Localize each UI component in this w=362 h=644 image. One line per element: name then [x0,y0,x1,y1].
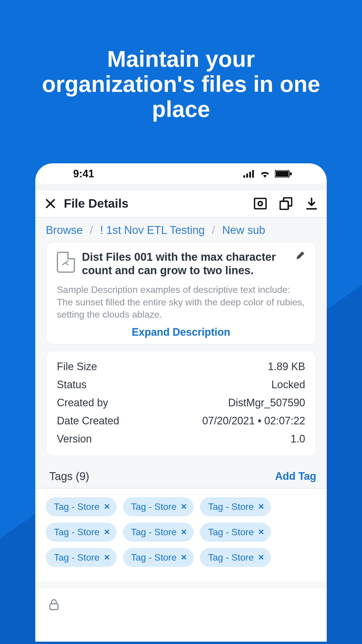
tag-chip[interactable]: Tag - Store✕ [123,523,194,542]
meta-row: Created byDistMgr_507590 [57,394,305,412]
svg-rect-11 [50,604,58,610]
page-title: File Details [64,197,246,211]
tag-label: Tag - Store [54,527,100,538]
lock-icon [49,598,59,610]
phone-frame: 9:41 File Details Browse / ! 1st [35,163,327,642]
meta-value: 1.0 [291,433,305,445]
wifi-icon [260,170,270,178]
meta-value: Locked [271,379,305,391]
pdf-file-icon: ⋌ [57,252,75,273]
app-header: File Details [35,190,327,218]
svg-rect-2 [249,172,251,178]
tag-chip[interactable]: Tag - Store✕ [200,548,271,567]
remove-tag-icon[interactable]: ✕ [104,502,110,511]
tag-label: Tag - Store [208,527,254,538]
meta-key: Status [57,379,87,391]
breadcrumb-separator: / [212,224,215,236]
remove-tag-icon[interactable]: ✕ [181,528,187,537]
lock-row [35,589,327,611]
signal-icon [243,170,255,178]
expand-description-link[interactable]: Expand Description [57,326,305,338]
battery-icon [275,170,292,178]
remove-tag-icon[interactable]: ✕ [181,553,187,562]
promo-heading: Maintain your organization's files in on… [35,47,327,122]
tags-header: Tags (9) Add Tag [35,462,327,486]
file-title: Dist Files 001 with the max character co… [82,251,287,277]
remove-tag-icon[interactable]: ✕ [258,528,264,537]
file-card: ⋌ Dist Files 001 with the max character … [46,242,316,345]
tag-chip[interactable]: Tag - Store✕ [200,523,271,542]
meta-key: Date Created [57,415,119,427]
tag-label: Tag - Store [131,501,177,512]
svg-point-8 [258,202,262,206]
breadcrumb-item[interactable]: New sub [222,224,265,236]
close-icon[interactable] [45,198,56,209]
meta-row: File Size1.89 KB [57,358,305,376]
tag-label: Tag - Store [208,501,254,512]
svg-rect-3 [252,170,254,178]
meta-key: Version [57,433,92,445]
file-description: Sample Description examples of descripti… [57,284,305,321]
meta-key: Created by [57,397,108,409]
download-icon[interactable] [305,197,318,210]
meta-key: File Size [57,360,97,373]
svg-rect-7 [254,198,266,209]
svg-rect-6 [290,172,292,175]
add-tag-button[interactable]: Add Tag [275,470,316,482]
remove-tag-icon[interactable]: ✕ [181,502,187,511]
edit-icon[interactable] [295,251,305,260]
remove-tag-icon[interactable]: ✕ [104,528,110,537]
tag-label: Tag - Store [131,527,177,538]
tag-label: Tag - Store [131,552,177,563]
preview-icon[interactable] [254,198,267,209]
meta-value: 1.89 KB [268,360,305,373]
remove-tag-icon[interactable]: ✕ [258,502,264,511]
status-icons [243,170,292,178]
remove-tag-icon[interactable]: ✕ [258,553,264,562]
svg-rect-10 [280,201,288,209]
tag-chip[interactable]: Tag - Store✕ [123,497,194,516]
svg-rect-5 [276,171,289,177]
tag-label: Tag - Store [208,552,254,563]
tag-chip[interactable]: Tag - Store✕ [46,497,117,516]
divider [35,582,327,589]
status-bar: 9:41 [35,163,327,184]
copy-icon[interactable] [280,197,292,210]
meta-value: 07/20/2021 • 02:07:22 [202,415,305,427]
svg-rect-0 [243,175,245,178]
tag-chip[interactable]: Tag - Store✕ [46,523,117,542]
tag-chip[interactable]: Tag - Store✕ [200,497,271,516]
tag-chip[interactable]: Tag - Store✕ [46,548,117,567]
remove-tag-icon[interactable]: ✕ [104,553,110,562]
breadcrumb: Browse / ! 1st Nov ETL Testing / New sub [35,218,327,242]
divider [35,184,327,190]
tag-chip[interactable]: Tag - Store✕ [123,548,194,567]
tags-area: Tag - Store✕ Tag - Store✕ Tag - Store✕ T… [35,488,327,582]
tags-count-label: Tags (9) [49,470,89,483]
meta-row: Version1.0 [57,430,305,448]
svg-rect-1 [246,174,248,178]
breadcrumb-item[interactable]: ! 1st Nov ETL Testing [100,224,205,236]
file-meta-card: File Size1.89 KB StatusLocked Created by… [46,351,316,456]
meta-row: Date Created07/20/2021 • 02:07:22 [57,412,305,430]
tag-label: Tag - Store [54,501,100,512]
breadcrumb-separator: / [90,224,93,236]
meta-value: DistMgr_507590 [228,397,305,409]
tag-label: Tag - Store [54,552,100,563]
status-time: 9:41 [73,168,94,180]
meta-row: StatusLocked [57,376,305,394]
breadcrumb-item[interactable]: Browse [46,224,83,236]
